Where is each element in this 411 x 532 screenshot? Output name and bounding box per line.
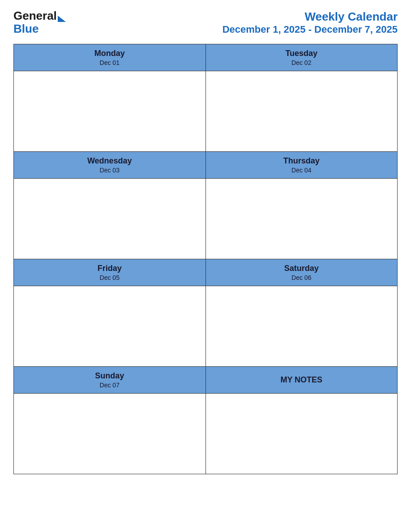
calendar-table: Monday Dec 01 Tuesday Dec 02 Wednesday D…	[13, 44, 398, 474]
saturday-date: Dec 06	[210, 274, 394, 281]
saturday-content[interactable]	[206, 286, 398, 367]
monday-name: Monday	[17, 49, 202, 58]
table-row-fri-sat-content	[14, 286, 398, 367]
notes-label: MY NOTES	[280, 375, 322, 384]
thursday-name: Thursday	[210, 156, 394, 166]
calendar-subtitle: December 1, 2025 - December 7, 2025	[223, 24, 398, 35]
wednesday-header: Wednesday Dec 03	[14, 152, 206, 179]
monday-content[interactable]	[14, 71, 206, 152]
monday-date: Dec 01	[17, 59, 202, 66]
tuesday-name: Tuesday	[210, 49, 394, 58]
tuesday-content[interactable]	[206, 71, 398, 152]
saturday-name: Saturday	[210, 264, 394, 273]
wednesday-date: Dec 03	[17, 167, 202, 174]
table-row-sun-notes-content	[14, 394, 398, 474]
table-row-mon-tue-header: Monday Dec 01 Tuesday Dec 02	[14, 44, 398, 71]
table-row-sun-notes-header: Sunday Dec 07 MY NOTES	[14, 367, 398, 394]
friday-date: Dec 05	[17, 274, 202, 281]
calendar-title-block: Weekly Calendar December 1, 2025 - Decem…	[223, 10, 398, 35]
wednesday-content[interactable]	[14, 179, 206, 259]
calendar-title: Weekly Calendar	[223, 10, 398, 24]
sunday-content[interactable]	[14, 394, 206, 474]
friday-name: Friday	[17, 264, 202, 273]
logo: General Blue	[13, 9, 66, 36]
sunday-date: Dec 07	[17, 382, 202, 389]
sunday-name: Sunday	[17, 371, 202, 381]
wednesday-name: Wednesday	[17, 156, 202, 166]
tuesday-header: Tuesday Dec 02	[206, 44, 398, 71]
logo-blue-text: Blue	[13, 22, 39, 36]
logo-arrow-icon	[58, 16, 66, 22]
logo-general-text: General	[13, 9, 57, 23]
page-header: General Blue Weekly Calendar December 1,…	[13, 9, 398, 36]
thursday-content[interactable]	[206, 179, 398, 259]
table-row-mon-tue-content	[14, 71, 398, 152]
notes-header: MY NOTES	[206, 367, 398, 394]
table-row-fri-sat-header: Friday Dec 05 Saturday Dec 06	[14, 259, 398, 286]
monday-header: Monday Dec 01	[14, 44, 206, 71]
sunday-header: Sunday Dec 07	[14, 367, 206, 394]
thursday-date: Dec 04	[210, 167, 394, 174]
table-row-wed-thu-header: Wednesday Dec 03 Thursday Dec 04	[14, 152, 398, 179]
tuesday-date: Dec 02	[210, 59, 394, 66]
thursday-header: Thursday Dec 04	[206, 152, 398, 179]
table-row-wed-thu-content	[14, 179, 398, 259]
friday-header: Friday Dec 05	[14, 259, 206, 286]
friday-content[interactable]	[14, 286, 206, 367]
notes-content[interactable]	[206, 394, 398, 474]
saturday-header: Saturday Dec 06	[206, 259, 398, 286]
